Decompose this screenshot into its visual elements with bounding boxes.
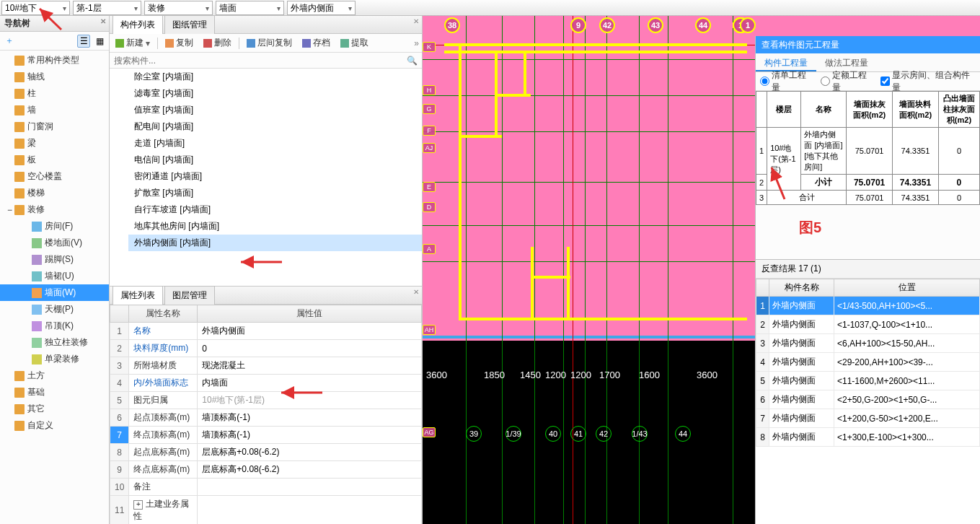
tree-group[interactable]: 其它 bbox=[0, 401, 109, 417]
qty-row[interactable]: 110#地下(第-1层)外墙内侧面 [内墙面] [地下其他房间]75.07017… bbox=[756, 128, 980, 175]
tree-child[interactable]: 独立柱装修 bbox=[0, 334, 109, 351]
component-item[interactable]: 值班室 [内墙面] bbox=[128, 102, 422, 118]
close-icon[interactable]: ✕ bbox=[413, 17, 419, 25]
property-row[interactable]: 5图元归属10#地下(第-1层) bbox=[110, 392, 422, 409]
combo-floor[interactable]: 第-1层▾ bbox=[73, 1, 141, 15]
component-list[interactable]: 除尘室 [内墙面]滤毒室 [内墙面]值班室 [内墙面]配电间 [内墙面]走道 [… bbox=[110, 69, 422, 286]
check-table[interactable]: 构件名称位置 1外墙内侧面<1/43-500,AH+100><5...2外墙内侧… bbox=[756, 279, 980, 524]
tree-group[interactable]: 梁 bbox=[0, 135, 109, 152]
combo-component[interactable]: 外墙内侧面▾ bbox=[287, 1, 356, 15]
property-row[interactable]: 8起点底标高(m)层底标高+0.08(-6.2) bbox=[110, 444, 422, 461]
property-row[interactable]: 3所附墙材质现浇混凝土 bbox=[110, 357, 422, 375]
qty-row[interactable]: 3合计75.070174.33510 bbox=[756, 191, 980, 205]
tree-group[interactable]: 常用构件类型 bbox=[0, 52, 109, 69]
tree-group[interactable]: 门窗洞 bbox=[0, 118, 109, 135]
radio-list-qty[interactable]: 清单工程量 bbox=[760, 69, 813, 94]
delete-icon bbox=[203, 39, 212, 48]
plus-icon bbox=[115, 39, 124, 48]
tree-group[interactable]: 自定义 bbox=[0, 417, 109, 434]
dimension-text: 1450 bbox=[520, 370, 541, 380]
close-icon[interactable]: ✕ bbox=[413, 288, 419, 296]
component-item[interactable]: 自行车坡道 [内墙面] bbox=[128, 201, 422, 218]
component-item[interactable]: 走道 [内墙面] bbox=[128, 135, 422, 152]
property-row[interactable]: 1名称外墙内侧面 bbox=[110, 323, 422, 340]
more-icon[interactable]: » bbox=[414, 38, 419, 48]
component-item[interactable]: 地库其他房间 [内墙面] bbox=[128, 218, 422, 235]
tree-child[interactable]: 踢脚(S) bbox=[0, 251, 109, 268]
tree-group[interactable]: 轴线 bbox=[0, 69, 109, 85]
extract-button[interactable]: 提取 bbox=[337, 35, 371, 51]
chevron-down-icon: ▾ bbox=[206, 4, 209, 12]
archive-button[interactable]: 存档 bbox=[299, 35, 333, 51]
col-prop-name: 属性名称 bbox=[129, 305, 198, 323]
combo-category[interactable]: 装修▾ bbox=[144, 1, 213, 15]
property-row[interactable]: 2块料厚度(mm)0 bbox=[110, 340, 422, 357]
component-item[interactable]: 密闭通道 [内墙面] bbox=[128, 168, 422, 185]
check-row[interactable]: 3外墙内侧面<6,AH+100><15-50,AH... bbox=[756, 334, 980, 353]
tree-child[interactable]: 天棚(P) bbox=[0, 301, 109, 318]
tree-child[interactable]: 墙面(W) bbox=[0, 284, 109, 301]
check-row[interactable]: 1外墙内侧面<1/43-500,AH+100><5... bbox=[756, 297, 980, 315]
component-item[interactable]: 配电间 [内墙面] bbox=[128, 118, 422, 135]
check-row[interactable]: 6外墙内侧面<2+50,G-200><1+50,G-... bbox=[756, 390, 980, 409]
add-icon[interactable]: ＋ bbox=[3, 35, 16, 48]
type-icon bbox=[32, 354, 42, 364]
axis-tag: AH bbox=[423, 325, 436, 335]
folder-icon bbox=[14, 172, 25, 182]
tab-drawing-mgmt[interactable]: 图纸管理 bbox=[164, 15, 215, 34]
property-grid[interactable]: 属性名称属性值 1名称外墙内侧面2块料厚度(mm)03所附墙材质现浇混凝土4内/… bbox=[110, 305, 422, 524]
component-item[interactable]: 扩散室 [内墙面] bbox=[128, 185, 422, 201]
check-row[interactable]: 8外墙内侧面<1+300,E-100><1+300... bbox=[756, 428, 980, 447]
radio-quota-qty[interactable]: 定额工程量 bbox=[821, 69, 874, 94]
component-toolbar: 新建 ▾ 复制 删除 层间复制 存档 提取 » bbox=[110, 34, 422, 53]
combo-type[interactable]: 墙面▾ bbox=[216, 1, 284, 15]
top-toolbar: 10#地下▾ 第-1层▾ 装修▾ 墙面▾ 外墙内侧面▾ bbox=[0, 0, 980, 16]
component-item[interactable]: 除尘室 [内墙面] bbox=[128, 69, 422, 85]
property-row[interactable]: 11土建业务属性 bbox=[110, 496, 422, 525]
component-item[interactable]: 外墙内侧面 [内墙面] bbox=[128, 235, 422, 251]
combo-building[interactable]: 10#地下▾ bbox=[1, 1, 70, 15]
tree-group[interactable]: 空心楼盖 bbox=[0, 168, 109, 185]
layer-copy-button[interactable]: 层间复制 bbox=[244, 35, 295, 51]
axis-tag: H bbox=[423, 85, 436, 95]
close-icon[interactable]: ✕ bbox=[100, 17, 106, 25]
check-row[interactable]: 5外墙内侧面<11-1600,M+2600><11... bbox=[756, 372, 980, 390]
new-button[interactable]: 新建 ▾ bbox=[112, 35, 153, 51]
tree-child[interactable]: 吊顶(K) bbox=[0, 318, 109, 334]
tree-group[interactable]: 墙 bbox=[0, 102, 109, 118]
tree-child[interactable]: 楼地面(V) bbox=[0, 235, 109, 251]
tree-group[interactable]: 板 bbox=[0, 152, 109, 168]
property-row[interactable]: 4内/外墙面标志内墙面 bbox=[110, 375, 422, 392]
search-icon[interactable]: 🔍 bbox=[407, 56, 418, 66]
property-row[interactable]: 7终点顶标高(m)墙顶标高(-1) bbox=[110, 427, 422, 444]
check-row[interactable]: 2外墙内侧面<1-1037,Q-100><1+10... bbox=[756, 315, 980, 334]
view-grid-icon[interactable]: ▦ bbox=[93, 35, 106, 48]
tab-component-list[interactable]: 构件列表 bbox=[112, 15, 163, 34]
tab-property-list[interactable]: 属性列表 bbox=[112, 286, 163, 305]
property-panel: 属性列表 图层管理 ✕ 属性名称属性值 1名称外墙内侧面2块料厚度(mm)03所… bbox=[110, 286, 422, 524]
tree-group[interactable]: 楼梯 bbox=[0, 185, 109, 201]
tree-child[interactable]: 单梁装修 bbox=[0, 351, 109, 367]
nav-tree[interactable]: 常用构件类型轴线柱墙门窗洞梁板空心楼盖楼梯−装修房间(F)楼地面(V)踢脚(S)… bbox=[0, 51, 109, 524]
tree-group[interactable]: 土方 bbox=[0, 367, 109, 384]
tree-group[interactable]: 基础 bbox=[0, 384, 109, 401]
property-row[interactable]: 6起点顶标高(m)墙顶标高(-1) bbox=[110, 409, 422, 427]
property-row[interactable]: 9终点底标高(m)层底标高+0.08(-6.2) bbox=[110, 461, 422, 479]
axis-tag: F bbox=[423, 126, 436, 136]
search-input[interactable] bbox=[114, 56, 407, 66]
tree-group[interactable]: 柱 bbox=[0, 85, 109, 102]
copy-button[interactable]: 复制 bbox=[162, 35, 196, 51]
chk-show-room[interactable]: 显示房间、组合构件量 bbox=[880, 69, 976, 94]
component-item[interactable]: 电信间 [内墙面] bbox=[128, 152, 422, 168]
view-list-icon[interactable]: ☰ bbox=[77, 35, 90, 48]
quantity-table[interactable]: 楼层名称墙面抹灰面积(m2)墙面块料面积(m2)凸出墙面柱抹灰面积(m2)110… bbox=[756, 91, 980, 205]
delete-button[interactable]: 删除 bbox=[200, 35, 234, 51]
check-row[interactable]: 4外墙内侧面<29-200,AH+100><39-... bbox=[756, 353, 980, 372]
property-row[interactable]: 10备注 bbox=[110, 479, 422, 496]
check-row[interactable]: 7外墙内侧面<1+200,G-50><1+200,E... bbox=[756, 409, 980, 428]
tree-child[interactable]: 墙裙(U) bbox=[0, 268, 109, 284]
tree-group[interactable]: −装修 bbox=[0, 201, 109, 218]
tree-child[interactable]: 房间(F) bbox=[0, 218, 109, 235]
tab-layer-mgmt[interactable]: 图层管理 bbox=[164, 286, 215, 305]
component-item[interactable]: 滤毒室 [内墙面] bbox=[128, 85, 422, 102]
